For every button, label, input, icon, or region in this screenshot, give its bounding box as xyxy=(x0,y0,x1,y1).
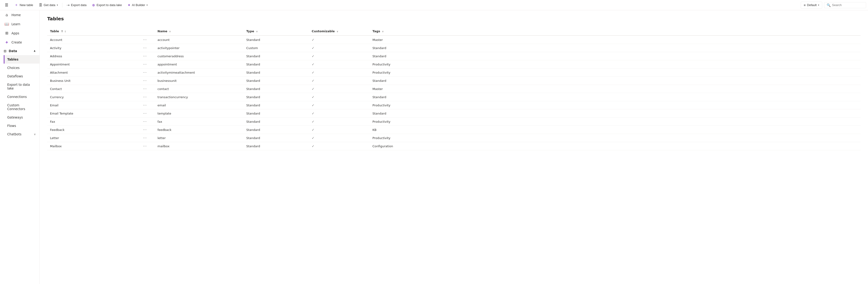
search-input[interactable] xyxy=(832,3,860,7)
cell-dots[interactable]: ··· xyxy=(141,60,155,68)
sidebar-item-chatbots[interactable]: Chatbots ∨ xyxy=(4,130,39,138)
table-row[interactable]: Address ··· customeraddress Standard ✓ S… xyxy=(47,52,861,60)
table-row[interactable]: Account ··· account Standard ✓ Master xyxy=(47,35,861,44)
cell-table-name: Appointment xyxy=(47,60,141,68)
cell-customizable: ✓ xyxy=(309,118,370,126)
cell-table-name: Business Unit xyxy=(47,77,141,85)
table-row[interactable]: Email Template ··· template Standard ✓ S… xyxy=(47,109,861,118)
cell-dots[interactable]: ··· xyxy=(141,77,155,85)
col-header-dots-spacer xyxy=(141,27,155,35)
cell-dots[interactable]: ··· xyxy=(141,35,155,44)
hamburger-button[interactable]: ☰ xyxy=(2,0,11,10)
sidebar-item-connections[interactable]: Connections xyxy=(4,92,39,101)
home-icon: ⌂ xyxy=(4,12,9,17)
table-row[interactable]: Attachment ··· activitymimeattachment St… xyxy=(47,68,861,77)
col-header-table[interactable]: Table ↑ ↓ xyxy=(47,27,141,35)
sidebar-item-gateways[interactable]: Gateways xyxy=(4,113,39,121)
row-options-button[interactable]: ··· xyxy=(142,127,148,132)
cell-dots[interactable]: ··· xyxy=(141,68,155,77)
cell-dots[interactable]: ··· xyxy=(141,134,155,142)
cell-tags: Productivity xyxy=(370,134,861,142)
export-data-button[interactable]: ⇢ Export data xyxy=(64,2,89,9)
cell-customizable: ✓ xyxy=(309,126,370,134)
col-header-name[interactable]: Name ∨ xyxy=(155,27,244,35)
table-row[interactable]: Business Unit ··· businessunit Standard … xyxy=(47,77,861,85)
type-chevron-icon: ∨ xyxy=(256,30,258,33)
col-header-type[interactable]: Type ∨ xyxy=(244,27,309,35)
ai-builder-button[interactable]: ✦ AI Builder ▾ xyxy=(125,2,150,9)
search-box[interactable]: 🔍 xyxy=(824,2,866,8)
row-options-button[interactable]: ··· xyxy=(142,144,148,149)
row-options-button[interactable]: ··· xyxy=(142,94,148,100)
row-options-button[interactable]: ··· xyxy=(142,37,148,42)
cell-name: email xyxy=(155,101,244,109)
sidebar-item-tables[interactable]: Tables xyxy=(4,55,39,63)
table-row[interactable]: Currency ··· transactioncurrency Standar… xyxy=(47,93,861,101)
cell-tags: Productivity xyxy=(370,101,861,109)
row-options-button[interactable]: ··· xyxy=(142,70,148,75)
page-title: Tables xyxy=(47,16,861,22)
sidebar-item-dataflows[interactable]: Dataflows xyxy=(4,72,39,80)
toolbar-divider-1 xyxy=(62,3,62,7)
cell-type: Standard xyxy=(244,85,309,93)
sidebar-label-create: Create xyxy=(11,40,22,44)
table-row[interactable]: Contact ··· contact Standard ✓ Master xyxy=(47,85,861,93)
data-expand-icon: ∧ xyxy=(33,49,36,53)
create-icon: + xyxy=(4,40,9,45)
sidebar-item-learn[interactable]: 📖 Learn xyxy=(0,20,39,29)
cell-dots[interactable]: ··· xyxy=(141,93,155,101)
new-table-button[interactable]: ＋ New table xyxy=(12,1,35,9)
tables-table: Table ↑ ↓ Name ∨ Type ∨ Customizable xyxy=(47,27,861,150)
row-options-button[interactable]: ··· xyxy=(142,119,148,124)
cell-table-name: Currency xyxy=(47,93,141,101)
cell-tags: Master xyxy=(370,85,861,93)
tags-chevron-icon: ∨ xyxy=(382,30,384,33)
customizable-chevron-icon: ∨ xyxy=(337,30,338,33)
cell-table-name: Fax xyxy=(47,118,141,126)
cell-tags: Standard xyxy=(370,93,861,101)
cell-table-name: Address xyxy=(47,52,141,60)
row-options-button[interactable]: ··· xyxy=(142,62,148,67)
row-options-button[interactable]: ··· xyxy=(142,135,148,140)
cell-dots[interactable]: ··· xyxy=(141,52,155,60)
col-header-customizable[interactable]: Customizable ∨ xyxy=(309,27,370,35)
table-row[interactable]: Letter ··· letter Standard ✓ Productivit… xyxy=(47,134,861,142)
get-data-icon: 🗄 xyxy=(39,3,42,7)
sidebar-item-export-lake[interactable]: Export to data lake xyxy=(4,80,39,92)
cell-dots[interactable]: ··· xyxy=(141,101,155,109)
sidebar-item-custom-connectors[interactable]: Custom Connectors xyxy=(4,101,39,113)
table-row[interactable]: Feedback ··· feedback Standard ✓ KB xyxy=(47,126,861,134)
table-row[interactable]: Email ··· email Standard ✓ Productivity xyxy=(47,101,861,109)
row-options-button[interactable]: ··· xyxy=(142,103,148,108)
sidebar-section-data[interactable]: ⊡ Data ∧ xyxy=(0,47,39,55)
cell-dots[interactable]: ··· xyxy=(141,118,155,126)
row-options-button[interactable]: ··· xyxy=(142,54,148,59)
cell-dots[interactable]: ··· xyxy=(141,142,155,150)
default-view-button[interactable]: ≡ Default ▾ xyxy=(801,2,822,9)
cell-dots[interactable]: ··· xyxy=(141,126,155,134)
sidebar-item-choices[interactable]: Choices xyxy=(4,63,39,72)
row-options-button[interactable]: ··· xyxy=(142,86,148,91)
export-to-data-lake-button[interactable]: ⊕ Export to data lake xyxy=(90,2,124,9)
row-options-button[interactable]: ··· xyxy=(142,78,148,83)
row-options-button[interactable]: ··· xyxy=(142,45,148,51)
col-header-tags[interactable]: Tags ∨ xyxy=(370,27,861,35)
sidebar-label-gateways: Gateways xyxy=(7,115,23,119)
sidebar-item-home[interactable]: ⌂ Home xyxy=(0,10,39,20)
customizable-check-icon: ✓ xyxy=(312,120,314,123)
row-options-button[interactable]: ··· xyxy=(142,111,148,116)
cell-dots[interactable]: ··· xyxy=(141,109,155,118)
sidebar-item-flows[interactable]: Flows xyxy=(4,121,39,130)
sidebar-label-tables: Tables xyxy=(7,57,19,61)
sidebar-item-create[interactable]: + Create xyxy=(0,38,39,47)
table-row[interactable]: Fax ··· fax Standard ✓ Productivity xyxy=(47,118,861,126)
table-row[interactable]: Mailbox ··· mailbox Standard ✓ Configura… xyxy=(47,142,861,150)
table-row[interactable]: Activity ··· activitypointer Custom ✓ St… xyxy=(47,44,861,52)
customizable-check-icon: ✓ xyxy=(312,46,314,50)
cell-dots[interactable]: ··· xyxy=(141,44,155,52)
cell-dots[interactable]: ··· xyxy=(141,85,155,93)
table-row[interactable]: Appointment ··· appointment Standard ✓ P… xyxy=(47,60,861,68)
get-data-button[interactable]: 🗄 Get data ▾ xyxy=(36,2,60,8)
sidebar-item-apps[interactable]: ⊞ Apps xyxy=(0,29,39,38)
default-icon: ≡ xyxy=(804,3,806,7)
